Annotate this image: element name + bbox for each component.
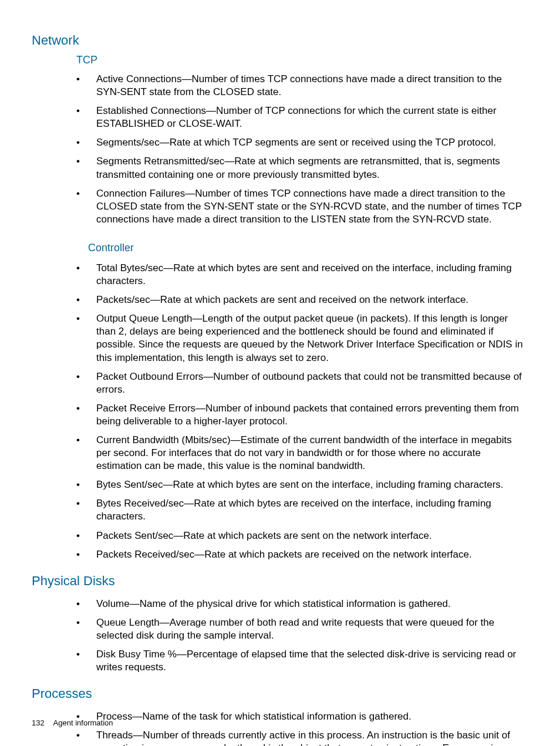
list-item: Packets Received/sec—Rate at which packe… <box>32 545 527 564</box>
list-item: Threads—Number of threads currently acti… <box>32 726 527 746</box>
list-item: Bytes Sent/sec—Rate at which bytes are s… <box>32 475 527 494</box>
controller-list: Total Bytes/sec—Rate at which bytes are … <box>32 259 531 564</box>
list-item: Current Bandwidth (Mbits/sec)—Estimate o… <box>32 431 527 475</box>
page-footer: 132 Agent information <box>32 718 113 727</box>
page-number: 132 <box>32 718 45 727</box>
document-page: Network TCP Active Connections—Number of… <box>0 0 560 746</box>
list-item: Packets/sec—Rate at which packets are se… <box>32 291 527 309</box>
list-item: Established Connections—Number of TCP co… <box>32 102 527 133</box>
list-item: Packets Sent/sec—Rate at which packets a… <box>32 526 527 545</box>
list-item: Output Queue Length—Length of the output… <box>32 309 527 367</box>
heading-controller: Controller <box>88 242 531 254</box>
heading-physical-disks: Physical Disks <box>32 573 531 589</box>
list-item: Connection Failures—Number of times TCP … <box>32 184 527 229</box>
heading-processes: Processes <box>32 686 531 701</box>
list-item: Disk Busy Time %—Percentage of elapsed t… <box>32 645 527 677</box>
list-item: Bytes Received/sec—Rate at which bytes a… <box>32 494 527 526</box>
list-item: Packet Outbound Errors—Number of outboun… <box>32 367 527 399</box>
list-item: Queue Length—Average number of both read… <box>32 613 527 645</box>
footer-section-title: Agent information <box>53 718 113 727</box>
physical-disks-list: Volume—Name of the physical drive for wh… <box>32 595 531 677</box>
tcp-list: Active Connections—Number of times TCP c… <box>32 70 531 229</box>
list-item: Packet Receive Errors—Number of inbound … <box>32 399 527 431</box>
list-item: Volume—Name of the physical drive for wh… <box>32 595 527 613</box>
list-item: Active Connections—Number of times TCP c… <box>32 70 527 102</box>
heading-network: Network <box>32 33 531 48</box>
list-item: Segments Retransmitted/sec—Rate at which… <box>32 152 527 184</box>
list-item: Segments/sec—Rate at which TCP segments … <box>32 133 527 152</box>
list-item: Total Bytes/sec—Rate at which bytes are … <box>32 259 527 291</box>
heading-tcp: TCP <box>76 54 531 66</box>
